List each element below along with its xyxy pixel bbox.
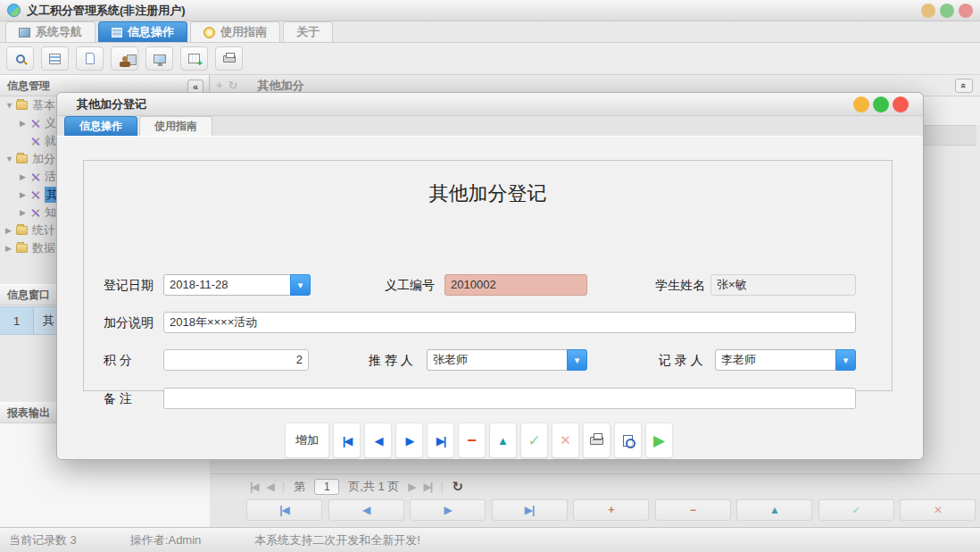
recommender-combo[interactable]: 张老师 ▾ [427,349,587,371]
chevron-down-icon[interactable]: ▾ [567,349,587,371]
tab-user-guide[interactable]: 使用指南 [190,21,280,42]
printer-icon [223,55,236,63]
document-tab-other-bonus[interactable]: 其他加分 [258,78,304,94]
confirm-button[interactable]: ✓ [818,499,894,521]
description-field[interactable]: 2018年××××活动 [163,312,856,333]
add-record-button[interactable]: + [573,499,649,521]
last-record-button[interactable]: ▶| [427,422,454,458]
chevron-down-icon[interactable]: ▾ [835,349,856,371]
first-record-button[interactable]: |◀ [246,499,322,521]
minimize-button[interactable] [921,4,935,18]
first-page-button[interactable]: |◀ [250,481,258,493]
panel-collapse-button[interactable]: « [955,79,973,93]
form-title: 其他加分登记 [84,180,892,207]
pagination-bar: |◀ ◀ | 第 页,共 1 页 ▶ ▶| | ↻ [211,473,980,498]
prev-page-button[interactable]: ◀ [267,481,273,493]
page-suffix: 页,共 1 页 [348,479,399,495]
user-chart-icon [122,56,128,62]
dialog-tab-bar: 信息操作 使用指南 [57,116,923,137]
chevron-down-icon[interactable]: ▾ [290,274,311,296]
last-record-button[interactable]: ▶| [492,499,568,521]
print-button[interactable] [215,46,243,71]
dialog-minimize-button[interactable] [853,96,869,113]
next-record-button[interactable]: ▶ [395,422,423,458]
edit-record-button[interactable]: ▲ [489,422,517,458]
tab-label: 关于 [296,24,320,40]
tab-label: 使用指南 [220,24,267,40]
edit-record-button[interactable]: ▲ [736,499,812,521]
chevron-right-icon[interactable]: ▶ [20,190,30,199]
prev-record-button[interactable]: ◀ [364,422,392,458]
first-record-button[interactable]: |◀ [333,422,361,458]
delete-record-button[interactable]: − [655,499,731,521]
remark-field[interactable] [163,388,856,409]
chevron-right-icon[interactable]: ▶ [20,172,30,181]
dialog-close-button[interactable] [893,96,909,113]
recorder-combo[interactable]: 李老师 ▾ [715,349,856,371]
chevron-right-icon[interactable]: ▶ [20,208,30,217]
add-tab-icon: + [216,79,223,92]
grid-icon [112,28,122,38]
tool-icon [30,208,40,218]
search-icon [16,54,25,63]
next-page-button[interactable]: ▶ [408,481,414,493]
points-field[interactable]: 2 [163,349,309,371]
page-prefix: 第 [294,479,305,495]
dialog-title-bar[interactable]: 其他加分登记 [57,93,923,116]
monitor-globe-icon [154,54,166,63]
add-button[interactable]: 增加 [285,422,329,458]
chevron-down-icon[interactable]: ▼ [5,155,16,163]
reg-date-combo[interactable]: 2018-11-28 ▾ [163,274,311,296]
user-report-button[interactable] [111,46,138,71]
print-button[interactable] [583,422,610,458]
refresh-icon[interactable]: ↻ [453,479,464,495]
description-label: 加分说明 [104,312,154,333]
form-button[interactable] [41,46,69,71]
app-logo-icon [7,4,21,17]
tab-system-nav[interactable]: 系统导航 [5,21,96,42]
folder-icon [16,226,28,235]
tool-icon [30,137,40,146]
dialog-maximize-button[interactable] [873,96,889,113]
main-tab-bar: 系统导航 信息操作 使用指南 关于 [0,21,980,43]
page-number-input[interactable] [314,479,339,495]
recommender-value[interactable]: 张老师 [427,349,587,371]
tab-info-operation[interactable]: 信息操作 [98,21,187,42]
tab-about[interactable]: 关于 [283,21,333,42]
table-add-button[interactable] [180,46,208,71]
preview-button[interactable] [614,422,642,458]
cancel-button[interactable]: ✕ [552,422,579,458]
document-button[interactable] [76,46,104,71]
next-record-button[interactable]: ▶ [410,499,486,521]
search-button[interactable] [6,46,34,71]
reg-date-value[interactable]: 2018-11-28 [163,274,311,296]
student-name-field: 张×敏 [710,274,856,296]
remark-label: 备 注 [104,388,132,409]
monitor-icon [19,28,30,38]
recommender-label: 推 荐 人 [369,349,413,371]
dialog-tab-user-guide[interactable]: 使用指南 [139,116,212,136]
title-bar: 义工积分管理系统(非注册用户) [0,0,980,21]
save-button[interactable]: ✓ [520,422,548,458]
folder-icon [16,155,28,163]
last-page-button[interactable]: ▶| [424,481,432,493]
document-icon [86,53,95,64]
delete-record-button[interactable]: − [458,422,486,458]
dialog-tab-info-operation[interactable]: 信息操作 [64,116,137,136]
volunteer-id-field[interactable]: 2010002 [444,274,587,296]
panel-title: 信息管理 [7,79,50,92]
main-toolbar [0,43,980,75]
chevron-right-icon[interactable]: ▶ [5,226,16,235]
refresh-tab-icon: ↻ [228,79,238,92]
chevron-down-icon[interactable]: ▼ [5,101,16,110]
maximize-button[interactable] [940,4,954,18]
chevron-right-icon[interactable]: ▶ [20,119,30,128]
folder-icon [16,244,28,253]
tool-icon [30,172,40,182]
close-button[interactable] [959,4,973,18]
run-button[interactable]: ▶ [645,422,673,458]
chevron-right-icon[interactable]: ▶ [5,244,16,253]
monitor-button[interactable] [145,46,173,71]
prev-record-button[interactable]: ◀ [328,499,404,521]
cancel-button[interactable]: ✕ [900,499,976,521]
